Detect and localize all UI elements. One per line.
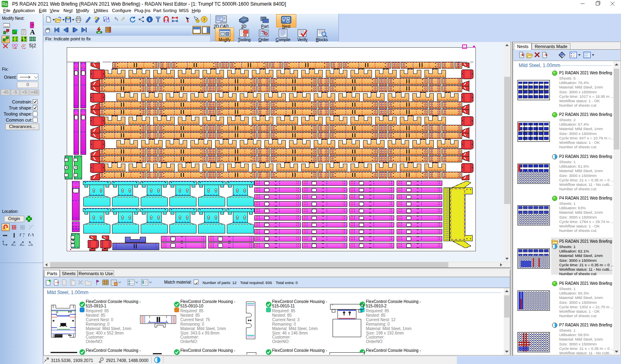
svg-text:?: ? [203, 17, 205, 22]
svg-text:Ra: Ra [2, 2, 8, 6]
svg-text:?: ? [197, 19, 199, 23]
svg-text:i: i [149, 17, 150, 22]
